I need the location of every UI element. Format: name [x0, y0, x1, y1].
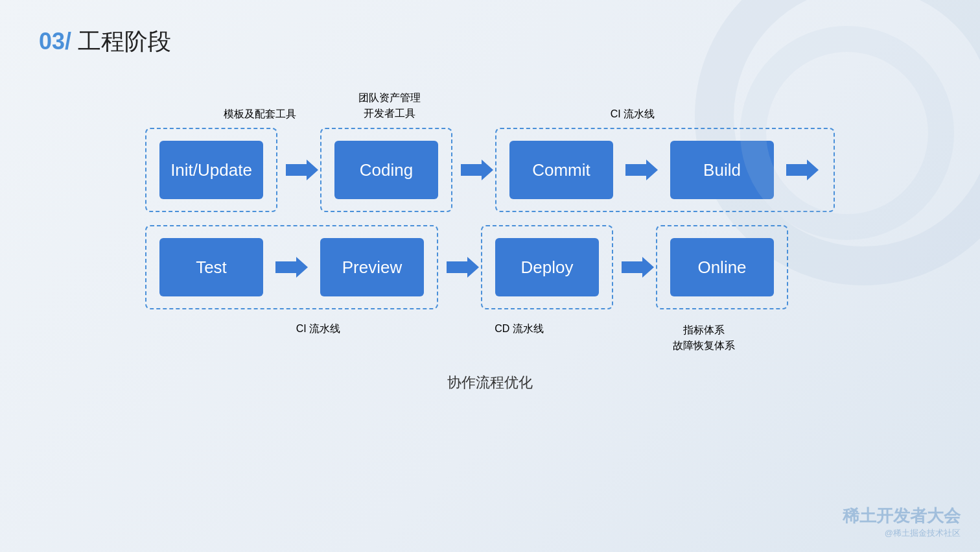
coop-label: 协作流程优化	[447, 373, 533, 392]
arrow-deploy-online	[620, 254, 656, 280]
box-coding: Coding	[320, 128, 452, 212]
svg-marker-1	[461, 160, 493, 180]
label-ci-top: CI 流水线	[448, 108, 817, 121]
row-2: Test Preview	[145, 225, 835, 309]
block-commit: Commit	[509, 141, 613, 199]
block-coding: Coding	[334, 141, 438, 199]
arrow-test-preview	[274, 254, 310, 280]
label-moban: 模板及配套工具	[189, 108, 331, 121]
box-init: Init/Update	[145, 128, 277, 212]
svg-marker-0	[286, 160, 318, 180]
arrow-1-2	[284, 157, 320, 183]
block-deploy: Deploy	[495, 238, 599, 296]
box-deploy: Deploy	[481, 225, 613, 309]
page-container: 03/ 工程阶段 模板及配套工具 团队资产管理开发者工具 CI 流水线 Init…	[0, 0, 980, 552]
svg-marker-5	[447, 257, 479, 278]
box-ci: Commit Build	[495, 128, 835, 212]
block-init: Init/Update	[159, 141, 263, 199]
rows-container: Init/Update Coding	[145, 128, 835, 309]
arrow-2-3	[459, 157, 495, 183]
block-online: Online	[670, 238, 774, 296]
arrow-preview-deploy	[445, 254, 481, 280]
svg-marker-2	[625, 160, 658, 180]
label-ci-bottom: CI 流水线	[189, 322, 448, 336]
label-cd: CD 流水线	[448, 322, 590, 336]
svg-marker-6	[622, 257, 654, 278]
page-title: 03/ 工程阶段	[39, 26, 941, 58]
title-number: 03/	[39, 28, 71, 54]
watermark: 稀土开发者大会 @稀土掘金技术社区	[843, 505, 961, 539]
row-1: Init/Update Coding	[145, 128, 835, 212]
watermark-main: 稀土开发者大会	[843, 505, 961, 527]
watermark-sub: @稀土掘金技术社区	[843, 527, 961, 539]
bottom-labels: CI 流水线 CD 流水线 指标体系故障恢复体系	[189, 322, 817, 354]
block-test: Test	[159, 238, 263, 296]
arrow-commit-build	[624, 157, 660, 183]
block-build: Build	[670, 141, 774, 199]
diagram-area: 模板及配套工具 团队资产管理开发者工具 CI 流水线 Init/Update	[39, 90, 941, 392]
box-online: Online	[656, 225, 788, 309]
block-preview: Preview	[320, 238, 424, 296]
arrow-build-trail	[784, 157, 821, 183]
label-zhibiao: 指标体系故障恢复体系	[590, 322, 817, 354]
svg-marker-3	[786, 160, 819, 180]
label-tuandui: 团队资产管理开发者工具	[331, 90, 448, 121]
svg-marker-4	[275, 257, 308, 278]
box-ci-bottom: Test Preview	[145, 225, 438, 309]
